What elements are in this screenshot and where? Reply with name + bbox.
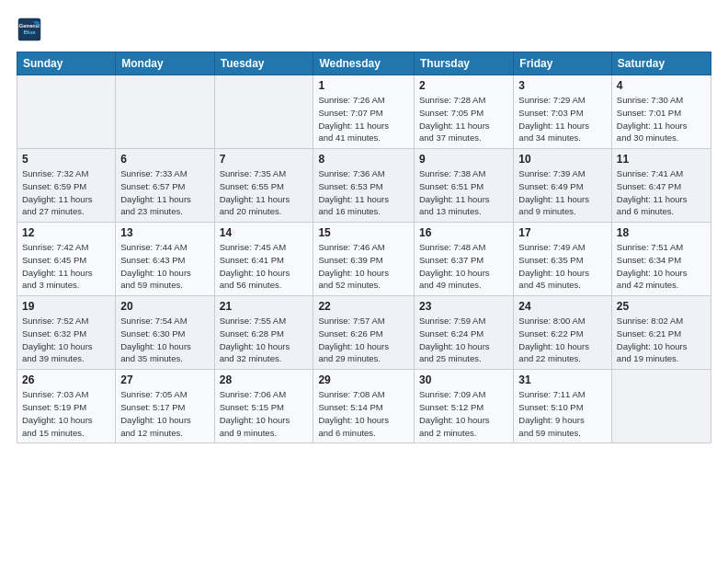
- calendar-cell: 5Sunrise: 7:32 AM Sunset: 6:59 PM Daylig…: [17, 149, 116, 223]
- calendar-cell: 24Sunrise: 8:00 AM Sunset: 6:22 PM Dayli…: [514, 296, 612, 370]
- day-number: 5: [22, 153, 110, 166]
- calendar-cell: 23Sunrise: 7:59 AM Sunset: 6:24 PM Dayli…: [415, 296, 514, 370]
- day-info: Sunrise: 7:54 AM Sunset: 6:30 PM Dayligh…: [120, 315, 209, 365]
- calendar-cell: 11Sunrise: 7:41 AM Sunset: 6:47 PM Dayli…: [611, 149, 711, 223]
- calendar-cell: 17Sunrise: 7:49 AM Sunset: 6:35 PM Dayli…: [514, 223, 612, 296]
- calendar: SundayMondayTuesdayWednesdayThursdayFrid…: [17, 52, 711, 443]
- calendar-cell: 14Sunrise: 7:45 AM Sunset: 6:41 PM Dayli…: [214, 223, 313, 296]
- day-info: Sunrise: 7:57 AM Sunset: 6:26 PM Dayligh…: [318, 315, 409, 365]
- weekday-header-thursday: Thursday: [415, 52, 514, 75]
- day-number: 8: [318, 153, 409, 166]
- calendar-row: 26Sunrise: 7:03 AM Sunset: 5:19 PM Dayli…: [17, 370, 711, 443]
- calendar-cell: 28Sunrise: 7:06 AM Sunset: 5:15 PM Dayli…: [214, 370, 313, 443]
- day-number: 2: [419, 79, 508, 92]
- day-number: 4: [617, 79, 706, 92]
- day-number: 24: [518, 300, 607, 313]
- day-number: 14: [220, 226, 309, 239]
- day-number: 27: [120, 373, 209, 386]
- calendar-cell: 30Sunrise: 7:09 AM Sunset: 5:12 PM Dayli…: [415, 370, 514, 443]
- day-info: Sunrise: 8:02 AM Sunset: 6:21 PM Dayligh…: [617, 315, 706, 365]
- weekday-header-sunday: Sunday: [17, 52, 116, 75]
- day-number: 1: [318, 79, 409, 92]
- day-number: 9: [419, 153, 508, 166]
- calendar-cell: 25Sunrise: 8:02 AM Sunset: 6:21 PM Dayli…: [611, 296, 711, 370]
- day-number: 22: [318, 300, 409, 313]
- day-number: 23: [419, 300, 508, 313]
- day-info: Sunrise: 7:55 AM Sunset: 6:28 PM Dayligh…: [220, 315, 309, 365]
- day-number: 3: [518, 79, 607, 92]
- calendar-cell: 20Sunrise: 7:54 AM Sunset: 6:30 PM Dayli…: [116, 296, 214, 370]
- logo-icon: General Blue: [17, 17, 42, 42]
- header: General Blue: [17, 17, 711, 42]
- calendar-cell: [214, 75, 313, 149]
- calendar-cell: 19Sunrise: 7:52 AM Sunset: 6:32 PM Dayli…: [17, 296, 116, 370]
- day-info: Sunrise: 7:08 AM Sunset: 5:14 PM Dayligh…: [318, 388, 409, 439]
- calendar-cell: 13Sunrise: 7:44 AM Sunset: 6:43 PM Dayli…: [116, 223, 214, 296]
- day-info: Sunrise: 7:33 AM Sunset: 6:57 PM Dayligh…: [120, 167, 209, 218]
- weekday-header-wednesday: Wednesday: [313, 52, 415, 75]
- calendar-cell: 26Sunrise: 7:03 AM Sunset: 5:19 PM Dayli…: [17, 370, 116, 443]
- day-info: Sunrise: 7:30 AM Sunset: 7:01 PM Dayligh…: [617, 94, 706, 144]
- day-number: 16: [419, 226, 508, 239]
- page: General Blue SundayMondayTuesdayWednesda…: [0, 0, 728, 563]
- day-number: 26: [22, 373, 110, 386]
- calendar-cell: 27Sunrise: 7:05 AM Sunset: 5:17 PM Dayli…: [116, 370, 214, 443]
- day-info: Sunrise: 7:49 AM Sunset: 6:35 PM Dayligh…: [518, 241, 607, 292]
- calendar-cell: [116, 75, 214, 149]
- calendar-cell: 8Sunrise: 7:36 AM Sunset: 6:53 PM Daylig…: [313, 149, 415, 223]
- day-info: Sunrise: 7:05 AM Sunset: 5:17 PM Dayligh…: [120, 388, 209, 439]
- day-info: Sunrise: 7:38 AM Sunset: 6:51 PM Dayligh…: [419, 167, 508, 218]
- calendar-cell: 31Sunrise: 7:11 AM Sunset: 5:10 PM Dayli…: [514, 370, 612, 443]
- calendar-cell: 15Sunrise: 7:46 AM Sunset: 6:39 PM Dayli…: [313, 223, 415, 296]
- day-info: Sunrise: 7:36 AM Sunset: 6:53 PM Dayligh…: [318, 167, 409, 218]
- day-number: 25: [617, 300, 706, 313]
- day-number: 19: [22, 300, 110, 313]
- day-info: Sunrise: 7:28 AM Sunset: 7:05 PM Dayligh…: [419, 94, 508, 144]
- calendar-cell: 2Sunrise: 7:28 AM Sunset: 7:05 PM Daylig…: [415, 75, 514, 149]
- calendar-cell: 6Sunrise: 7:33 AM Sunset: 6:57 PM Daylig…: [116, 149, 214, 223]
- day-number: 15: [318, 226, 409, 239]
- day-info: Sunrise: 7:09 AM Sunset: 5:12 PM Dayligh…: [419, 388, 508, 439]
- day-info: Sunrise: 7:11 AM Sunset: 5:10 PM Dayligh…: [518, 388, 607, 439]
- calendar-row: 19Sunrise: 7:52 AM Sunset: 6:32 PM Dayli…: [17, 296, 711, 370]
- calendar-cell: 3Sunrise: 7:29 AM Sunset: 7:03 PM Daylig…: [514, 75, 612, 149]
- day-info: Sunrise: 7:06 AM Sunset: 5:15 PM Dayligh…: [220, 388, 309, 439]
- calendar-cell: 21Sunrise: 7:55 AM Sunset: 6:28 PM Dayli…: [214, 296, 313, 370]
- day-info: Sunrise: 7:35 AM Sunset: 6:55 PM Dayligh…: [220, 167, 309, 218]
- calendar-cell: 22Sunrise: 7:57 AM Sunset: 6:26 PM Dayli…: [313, 296, 415, 370]
- day-info: Sunrise: 7:29 AM Sunset: 7:03 PM Dayligh…: [518, 94, 607, 144]
- day-number: 21: [220, 300, 309, 313]
- calendar-row: 1Sunrise: 7:26 AM Sunset: 7:07 PM Daylig…: [17, 75, 711, 149]
- day-number: 30: [419, 373, 508, 386]
- day-number: 29: [318, 373, 409, 386]
- weekday-header-tuesday: Tuesday: [214, 52, 313, 75]
- day-number: 28: [220, 373, 309, 386]
- day-info: Sunrise: 7:46 AM Sunset: 6:39 PM Dayligh…: [318, 241, 409, 292]
- day-number: 6: [120, 153, 209, 166]
- day-number: 18: [617, 226, 706, 239]
- day-info: Sunrise: 8:00 AM Sunset: 6:22 PM Dayligh…: [518, 315, 607, 365]
- day-info: Sunrise: 7:26 AM Sunset: 7:07 PM Dayligh…: [318, 94, 409, 144]
- calendar-cell: 18Sunrise: 7:51 AM Sunset: 6:34 PM Dayli…: [611, 223, 711, 296]
- day-info: Sunrise: 7:48 AM Sunset: 6:37 PM Dayligh…: [419, 241, 508, 292]
- day-number: 17: [518, 226, 607, 239]
- logo: General Blue: [17, 17, 46, 42]
- day-number: 12: [22, 226, 110, 239]
- day-info: Sunrise: 7:42 AM Sunset: 6:45 PM Dayligh…: [22, 241, 110, 292]
- day-number: 31: [518, 373, 607, 386]
- calendar-cell: 10Sunrise: 7:39 AM Sunset: 6:49 PM Dayli…: [514, 149, 612, 223]
- calendar-cell: [611, 370, 711, 443]
- day-info: Sunrise: 7:39 AM Sunset: 6:49 PM Dayligh…: [518, 167, 607, 218]
- calendar-cell: [17, 75, 116, 149]
- day-info: Sunrise: 7:41 AM Sunset: 6:47 PM Dayligh…: [617, 167, 706, 218]
- day-info: Sunrise: 7:52 AM Sunset: 6:32 PM Dayligh…: [22, 315, 110, 365]
- calendar-cell: 12Sunrise: 7:42 AM Sunset: 6:45 PM Dayli…: [17, 223, 116, 296]
- calendar-cell: 1Sunrise: 7:26 AM Sunset: 7:07 PM Daylig…: [313, 75, 415, 149]
- calendar-cell: 4Sunrise: 7:30 AM Sunset: 7:01 PM Daylig…: [611, 75, 711, 149]
- day-number: 11: [617, 153, 706, 166]
- day-info: Sunrise: 7:32 AM Sunset: 6:59 PM Dayligh…: [22, 167, 110, 218]
- day-number: 7: [220, 153, 309, 166]
- day-info: Sunrise: 7:44 AM Sunset: 6:43 PM Dayligh…: [120, 241, 209, 292]
- calendar-cell: 16Sunrise: 7:48 AM Sunset: 6:37 PM Dayli…: [415, 223, 514, 296]
- svg-text:Blue: Blue: [23, 29, 36, 35]
